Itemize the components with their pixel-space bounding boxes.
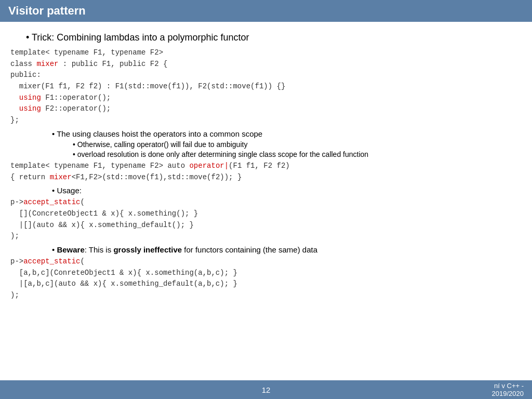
- slide-content: Trick: Combining lambdas into a polymorp…: [0, 22, 532, 380]
- bullet-3: Usage:: [52, 186, 522, 195]
- header-title: Visitor pattern: [8, 4, 86, 17]
- code-block-3: p->accept_static( [](ConcreteObject1 & x…: [10, 197, 522, 242]
- page-number: 12: [262, 385, 271, 394]
- bullet-2: The using clauses hoist the operators in…: [52, 129, 522, 138]
- bullet-2-sub2: overload resolution is done only after d…: [73, 150, 522, 158]
- bullet-4: Beware: This is grossly ineffective for …: [52, 245, 522, 254]
- bullet-1: Trick: Combining lambdas into a polymorp…: [26, 32, 522, 43]
- code-block-1: template< typename F1, typename F2> clas…: [10, 47, 522, 126]
- code-block-2: template< typename F1, typename F2> auto…: [10, 161, 522, 183]
- slide-header: Visitor pattern: [0, 0, 532, 22]
- slide-footer: 12 ní v C++ -2019/2020: [0, 380, 532, 399]
- code-block-4: p->accept_static( [a,b,c](ConreteObject1…: [10, 256, 522, 301]
- bullet-2-sub1: Otherwise, calling operator() will fail …: [73, 140, 522, 149]
- footer-course-title: ní v C++ -2019/2020: [492, 382, 524, 397]
